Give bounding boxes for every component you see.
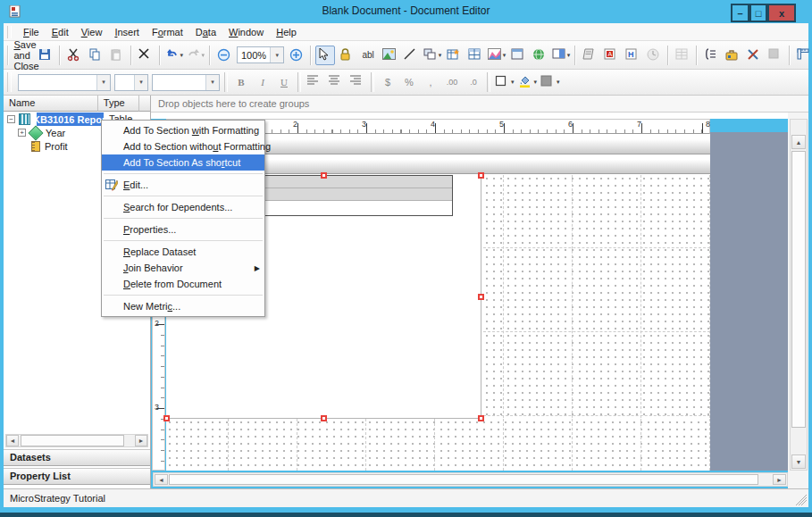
insert-chart-button[interactable]: ▾ [487,46,506,65]
insert-grid-button[interactable] [444,46,464,65]
scroll-down-icon[interactable]: ▼ [791,454,806,469]
increase-decimal-button[interactable]: .00 [442,72,462,92]
align-left-button[interactable] [305,72,324,92]
currency-format-button[interactable]: $ [378,72,398,92]
section-header-datasets[interactable]: Datasets [4,449,150,466]
minimize-button[interactable]: – [731,4,749,22]
selection-handle-bottom-right[interactable] [478,415,484,421]
line-tool-button[interactable] [401,46,421,65]
scroll-right-icon[interactable]: ► [773,474,786,485]
grouping-bar[interactable]: Drop objects here to create groups [151,96,808,113]
menu-item-new-metric[interactable]: New Metric... [102,298,264,314]
vertical-scrollbar[interactable]: ▲ ▼ [790,119,808,471]
insert-map-button[interactable] [530,46,549,65]
format-panel-button[interactable] [766,46,785,65]
menu-data[interactable]: Data [189,25,222,39]
save-and-close-button[interactable]: Save and Close [14,46,34,65]
style-dropdown-icon[interactable]: ▾ [205,75,219,90]
selection-handle-bottom-left[interactable] [163,415,170,421]
selection-handle-top-center[interactable] [321,172,327,179]
font-size-dropdown-icon[interactable]: ▾ [134,75,147,90]
menu-edit[interactable]: Edit [46,25,75,39]
font-name-dropdown-icon[interactable]: ▾ [96,75,110,90]
align-center-button[interactable] [326,72,346,92]
selection-handle-middle-right[interactable] [478,294,484,300]
insert-selector-button[interactable]: ▾ [551,46,571,65]
undo-button[interactable]: ▾ [164,46,184,65]
expand-expander[interactable]: + [18,129,26,137]
paste-button[interactable] [107,46,127,65]
menu-item-delete-from-document[interactable]: Delete from Document [102,276,264,292]
dataset-grid-button[interactable] [673,46,692,65]
zoom-out-button[interactable] [214,46,234,65]
scroll-left-icon[interactable]: ◄ [155,474,168,485]
copy-button[interactable] [86,46,105,65]
font-name-combo[interactable]: ▾ [18,74,111,91]
insert-panel-button[interactable] [508,46,528,65]
section-header-property-list[interactable]: Property List [4,468,150,485]
column-header-name[interactable]: Name [4,96,98,112]
menu-item-replace-dataset[interactable]: Replace Dataset [102,244,264,260]
resize-grip[interactable] [795,494,807,505]
horizontal-scrollbar[interactable]: ◄ ► [153,472,788,487]
export-pdf-button[interactable]: A [601,46,621,65]
zoom-combo-dropdown-icon[interactable]: ▾ [270,47,283,63]
tree-scrollbar-thumb[interactable] [21,435,124,446]
fill-color-button[interactable]: ▾ [517,72,539,92]
zoom-level-combo[interactable]: 100% ▾ [237,46,284,63]
menu-help[interactable]: Help [270,25,303,39]
export-html-button[interactable]: H [623,46,642,65]
horizontal-scrollbar-thumb[interactable] [169,474,758,485]
menu-format[interactable]: Format [146,25,189,39]
align-right-button[interactable] [347,72,367,92]
menu-item-add-as-shortcut[interactable]: Add To Section As shortcut [102,154,264,171]
zoom-in-button[interactable] [287,46,306,65]
cut-button[interactable] [64,46,84,65]
style-combo[interactable]: ▾ [152,74,220,91]
menu-item-add-without-formatting[interactable]: Add to Section without Formatting [102,138,264,154]
column-header-type[interactable]: Type [98,96,139,112]
datasets-objects-button[interactable] [723,46,742,65]
collapse-expander[interactable]: − [7,115,15,123]
scroll-right-icon[interactable]: ► [135,435,147,446]
delete-button[interactable] [136,46,155,65]
maximize-button[interactable]: □ [749,4,767,22]
scroll-up-icon[interactable]: ▲ [791,135,806,149]
save-button[interactable] [36,46,55,65]
font-size-combo[interactable]: ▾ [114,74,148,91]
menu-item-properties[interactable]: Properties... [102,221,264,238]
menu-item-edit[interactable]: Edit... [102,177,264,193]
scroll-left-icon[interactable]: ◄ [6,435,19,446]
insert-table-button[interactable] [465,46,485,65]
select-tool-button[interactable] [315,46,335,65]
decrease-decimal-button[interactable]: .0 [464,72,483,92]
close-button[interactable]: x [767,4,796,22]
selection-handle-bottom-center[interactable] [321,415,327,421]
underline-button[interactable]: U [274,72,294,92]
percent-format-button[interactable]: % [399,72,419,92]
bold-button[interactable]: B [231,72,251,92]
menu-file[interactable]: File [17,25,46,39]
vertical-scrollbar-thumb[interactable] [791,151,806,428]
title-bar[interactable]: Blank Document - Document Editor – □ x [0,0,812,23]
italic-button[interactable]: I [253,72,272,92]
font-color-button[interactable]: ▾ [540,72,561,92]
lock-button[interactable] [337,46,356,65]
export-slant-button[interactable] [580,46,599,65]
toolbar-grip[interactable] [7,72,12,92]
selection-handle-top-right[interactable] [478,172,484,179]
menu-view[interactable]: View [75,25,109,39]
menubar-grip[interactable] [7,26,12,38]
document-properties-button[interactable] [744,46,764,65]
shape-tool-button[interactable]: ▾ [423,46,442,65]
notes-button[interactable] [701,46,721,65]
text-field-tool-button[interactable]: abl [358,46,378,65]
toolbar-grip[interactable] [7,46,9,65]
image-tool-button[interactable] [380,46,399,65]
menu-item-add-with-formatting[interactable]: Add To Section with Formatting [102,122,264,138]
tree-horizontal-scrollbar[interactable]: ◄ ► [5,434,148,447]
schedule-button[interactable] [644,46,664,65]
comma-format-button[interactable]: , [421,72,440,92]
menu-insert[interactable]: Insert [108,25,146,39]
borders-button[interactable]: ▾ [494,72,515,92]
